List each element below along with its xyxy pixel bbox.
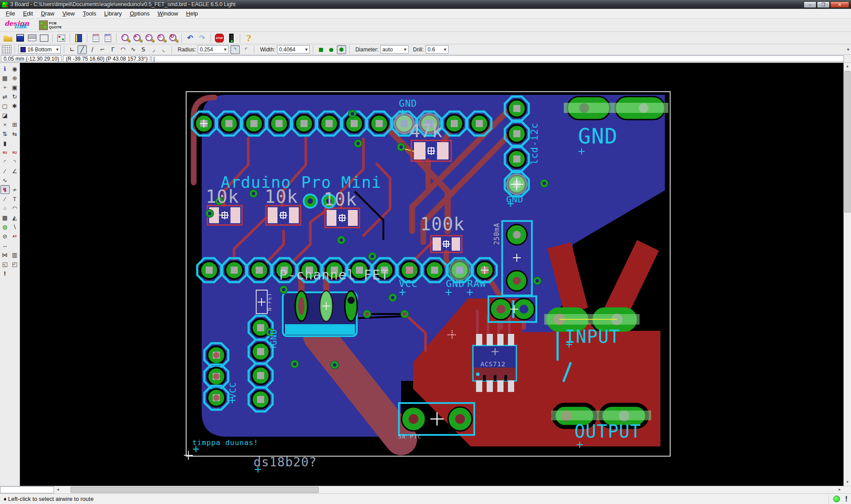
via-square-button[interactable]: ■ [316, 45, 326, 54]
zoom-in-icon[interactable]: + [132, 33, 142, 43]
bend-45-end-button[interactable]: ⌐ [98, 45, 107, 54]
vertical-scroll-thumb[interactable] [844, 71, 851, 213]
arc-direction-right-button[interactable]: ◜ [242, 45, 251, 54]
zoom-select-icon[interactable]: = [156, 33, 166, 43]
redo-icon[interactable]: ↷ [197, 33, 207, 43]
zoom-redraw-icon[interactable]: ↻ [168, 33, 178, 43]
bend-45-start-button[interactable]: ╱ [78, 45, 87, 54]
tool-errc[interactable]: ◰ [10, 260, 20, 268]
command-input[interactable]: | [152, 55, 844, 62]
grid-button[interactable] [2, 45, 12, 54]
diameter-select[interactable]: auto ▼ [380, 45, 409, 54]
toolbar-overflow-icon[interactable]: ▾ [847, 47, 849, 52]
tool-route[interactable]: ↯ [0, 185, 10, 194]
zoom-out-icon[interactable]: − [144, 33, 154, 43]
save-icon[interactable] [15, 33, 25, 43]
tool-smash[interactable]: R2 [10, 148, 20, 157]
tool-arc[interactable]: ◠ [10, 204, 20, 213]
width-select[interactable]: 0.4064 ▼ [277, 45, 310, 54]
menu-file[interactable]: File [2, 9, 19, 18]
tool-polygon[interactable]: ◭ [10, 213, 20, 222]
tool-move[interactable]: ＋ [0, 83, 10, 92]
tool-meander[interactable]: ∿ [0, 176, 10, 185]
scroll-down-icon[interactable]: ▼ [844, 479, 851, 486]
tool-split[interactable]: ∕ [0, 167, 10, 175]
miter-straight-button[interactable]: ◞ [149, 45, 158, 54]
tool-hole[interactable]: ⊘ [0, 232, 10, 240]
bend-90-end-button[interactable]: Γ [108, 45, 117, 54]
miter-round-button[interactable]: ◟ [159, 45, 168, 54]
tool-group[interactable]: ▢ [0, 101, 10, 110]
tool-circle[interactable]: ○ [0, 204, 10, 213]
tool-lock[interactable]: ▮ [0, 139, 10, 147]
tool-display[interactable]: ▦ [0, 74, 10, 82]
bend-s-button[interactable]: S [139, 45, 148, 54]
layer-select[interactable]: 16 Bottom ▼ [18, 45, 61, 54]
error-indicator[interactable]: ! [845, 495, 847, 503]
tool-autorouter[interactable]: ▥ [10, 250, 20, 259]
tool-miter-round[interactable]: ◝ [10, 157, 20, 166]
run-script-icon[interactable] [90, 33, 101, 43]
scroll-left-icon[interactable]: ◄ [54, 486, 62, 493]
print-icon[interactable] [27, 33, 37, 43]
tool-miter[interactable]: ◜ [0, 157, 10, 166]
tool-via[interactable]: ◍ [0, 222, 10, 231]
arc-direction-left-button[interactable]: ◝ [230, 45, 240, 54]
library-icon[interactable] [73, 33, 84, 43]
board-canvas[interactable]: GND47klcd-i2cGNDGNDArduino Pro Mini10k10… [20, 63, 843, 486]
zoom-fit-icon[interactable]: ▫ [120, 33, 130, 43]
menu-library[interactable]: Library [100, 9, 126, 18]
tool-text[interactable]: T [10, 194, 20, 203]
tool-optimize[interactable]: ∠ [10, 167, 20, 175]
tool-copy[interactable]: ▣ [10, 83, 20, 92]
tool-rect[interactable]: ▩ [0, 213, 10, 222]
menu-draw[interactable]: Draw [37, 9, 58, 18]
menu-help[interactable]: Help [182, 9, 202, 18]
horizontal-scroll-thumb[interactable] [70, 487, 319, 493]
via-round-button[interactable]: ● [327, 45, 336, 54]
tool-show[interactable]: ◉ [10, 64, 20, 73]
tool-value[interactable]: R2 [0, 148, 10, 157]
tool-delete[interactable]: × [0, 120, 10, 129]
menu-view[interactable]: View [59, 9, 79, 18]
bend-90-button[interactable]: ∟ [67, 45, 77, 54]
menu-options[interactable]: Options [126, 9, 154, 18]
drc-status-icon[interactable] [833, 496, 840, 502]
bend-free-button[interactable]: ∿ [129, 45, 138, 54]
tool-rotate[interactable]: ↻ [10, 92, 20, 101]
minimize-button[interactable]: – [804, 1, 816, 8]
scroll-up-icon[interactable]: ▲ [844, 63, 851, 70]
horizontal-scrollbar[interactable] [62, 486, 836, 493]
tool-errors[interactable]: ! [0, 269, 10, 278]
tool-pinswap[interactable]: ⇅ [0, 129, 10, 138]
tool-add[interactable]: ⊞ [10, 120, 20, 129]
tool-ripup[interactable]: ≁ [10, 185, 20, 194]
tool-ratsnest[interactable]: ⋈ [0, 250, 10, 259]
bend-arc-button[interactable]: ◠ [118, 45, 128, 54]
menu-tools[interactable]: Tools [79, 9, 100, 18]
undo-icon[interactable]: ↶ [185, 33, 195, 43]
vertical-scrollbar[interactable]: ▲ ▼ [843, 63, 851, 486]
menu-window[interactable]: Window [154, 9, 182, 18]
run-ulp-icon[interactable] [102, 33, 113, 43]
tool-info[interactable]: i [0, 64, 10, 73]
tool-replace[interactable]: ⇆ [10, 129, 20, 138]
tool-paste[interactable]: ◪ [0, 111, 10, 120]
bend-straight-button[interactable]: ∕ [88, 45, 97, 54]
ratsnest-light-icon[interactable] [226, 33, 237, 43]
tool-wire[interactable]: ∕ [0, 194, 10, 203]
menu-edit[interactable]: Edit [19, 9, 37, 18]
tool-drc[interactable]: ◱ [0, 260, 10, 268]
via-octagon-button[interactable]: ⬢ [337, 45, 346, 54]
radius-select[interactable]: 0.254 ▼ [198, 45, 229, 54]
export-image-icon[interactable] [39, 33, 49, 43]
tool-change[interactable]: ✱ [10, 101, 20, 110]
open-board-icon[interactable] [56, 33, 66, 43]
stop-icon[interactable]: STOP [214, 33, 225, 43]
drill-select[interactable]: 0.6 ▼ [426, 45, 449, 54]
scroll-right-icon[interactable]: ► [836, 486, 843, 493]
tool-signal[interactable]: ∖ [10, 222, 20, 231]
tool-dimension[interactable]: ↔ [0, 241, 10, 250]
maximize-button[interactable]: ❐ [817, 1, 830, 8]
design-link-logo[interactable]: designlink [4, 21, 29, 29]
